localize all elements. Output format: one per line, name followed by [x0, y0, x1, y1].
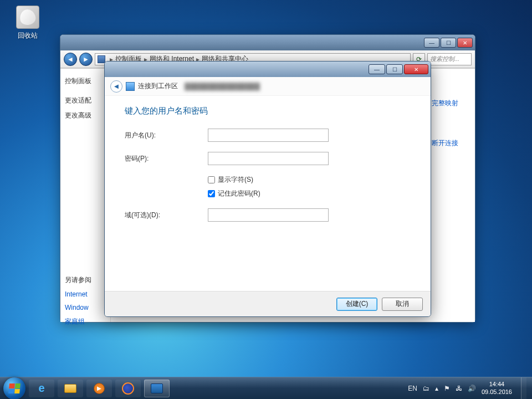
nav-forward-button[interactable]: ► [79, 53, 93, 66]
domain-label: 域(可选)(D): [125, 211, 208, 220]
tray-network-icon[interactable]: 🖧 [456, 385, 462, 392]
dialog-maximize-button[interactable]: ☐ [386, 64, 403, 74]
tray-battery-icon[interactable]: 🗂 [423, 385, 429, 392]
dialog-subtitle-blurred: ████████████████ [185, 83, 260, 90]
remember-password-label: 记住此密码(R) [218, 189, 260, 198]
connect-workplace-dialog: — ☐ ✕ ◄ 连接到工作区 ████████████████ 键入您的用户名和… [104, 61, 431, 317]
username-label: 用户名(U): [125, 131, 208, 140]
dialog-minimize-button[interactable]: — [369, 64, 385, 74]
explorer-minimize-button[interactable]: — [424, 38, 439, 48]
remember-password-checkbox[interactable] [208, 190, 215, 197]
password-label: 密码(P): [125, 154, 208, 163]
tray-sound-icon[interactable]: 🔊 [468, 385, 476, 392]
sidebar-item[interactable]: 更改高级 [65, 111, 106, 120]
clock-time: 14:44 [482, 381, 512, 388]
taskbar-network-center[interactable] [144, 380, 170, 397]
nav-back-button[interactable]: ◄ [64, 53, 77, 66]
tray-up-icon[interactable]: ▴ [435, 385, 438, 392]
link-disconnect[interactable]: 断开连接 [432, 139, 458, 148]
media-player-icon: ▶ [94, 383, 105, 394]
cancel-button[interactable]: 取消 [382, 298, 423, 311]
see-also-item[interactable]: 家庭组 [65, 317, 106, 326]
taskbar: e ▶ EN 🗂 ▴ ⚑ 🖧 🔊 14:44 09.05.2016 [0, 377, 532, 399]
dialog-title: 连接到工作区 [138, 81, 178, 91]
explorer-maximize-button[interactable]: ☐ [441, 38, 456, 48]
show-chars-label: 显示字符(S) [218, 175, 253, 185]
see-also-item[interactable]: Internet [65, 290, 106, 298]
domain-input[interactable] [208, 208, 329, 222]
desktop-recycle-bin[interactable]: 回收站 [11, 6, 44, 40]
sidebar-heading: 控制面板 [65, 76, 106, 86]
username-input[interactable] [208, 129, 329, 142]
clock-date: 09.05.2016 [482, 388, 512, 396]
wizard-icon [126, 82, 135, 91]
see-also-item[interactable]: Window [65, 304, 106, 311]
link-full-map[interactable]: 完整映射 [432, 99, 458, 108]
create-button[interactable]: 创建(C) [336, 298, 377, 311]
dialog-footer: 创建(C) 取消 [105, 291, 431, 316]
sidebar-item[interactable]: 更改适配 [65, 96, 106, 105]
recycle-bin-icon [16, 6, 39, 29]
tray-flag-icon[interactable]: ⚑ [444, 385, 450, 392]
taskbar-media-player[interactable]: ▶ [86, 380, 112, 397]
language-indicator[interactable]: EN [408, 385, 417, 392]
network-icon [151, 383, 163, 393]
ie-icon: e [38, 382, 44, 395]
start-button[interactable] [3, 377, 25, 400]
firefox-icon [122, 382, 134, 395]
show-desktop-button[interactable] [521, 377, 526, 400]
taskbar-firefox[interactable] [115, 380, 141, 397]
dialog-close-button[interactable]: ✕ [404, 64, 428, 74]
windows-logo-icon [8, 383, 21, 393]
see-also-heading: 另请参阅 [65, 275, 106, 285]
explorer-close-button[interactable]: ✕ [457, 38, 473, 48]
wizard-back-button[interactable]: ◄ [110, 80, 122, 93]
recycle-bin-label: 回收站 [11, 31, 44, 40]
explorer-search-input[interactable]: 搜索控制... [427, 53, 472, 65]
show-chars-checkbox[interactable] [208, 176, 215, 183]
taskbar-clock[interactable]: 14:44 09.05.2016 [482, 381, 512, 396]
dialog-titlebar: — ☐ ✕ [105, 62, 431, 77]
explorer-titlebar: — ☐ ✕ [60, 35, 475, 50]
taskbar-ie[interactable]: e [29, 380, 54, 397]
password-input[interactable] [208, 152, 329, 165]
folder-icon [64, 384, 76, 393]
dialog-header: ◄ 连接到工作区 ████████████████ [105, 77, 431, 96]
dialog-heading: 键入您的用户名和密码 [125, 106, 411, 116]
explorer-sidebar: 控制面板 更改适配 更改高级 另请参阅 Internet Window 家庭组 [60, 69, 110, 322]
system-tray: EN 🗂 ▴ ⚑ 🖧 🔊 14:44 09.05.2016 [408, 377, 529, 400]
breadcrumb-root-icon [98, 55, 105, 63]
taskbar-explorer[interactable] [58, 380, 83, 397]
